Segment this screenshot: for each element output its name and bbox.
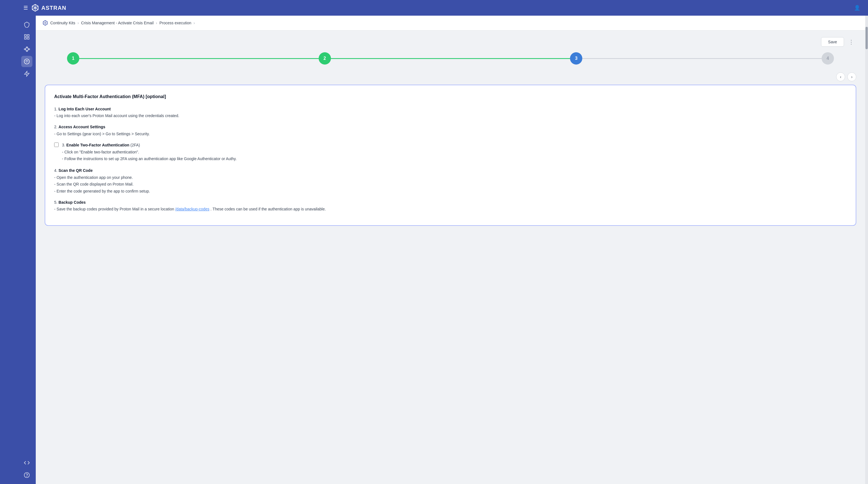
icon-sidebar — [18, 16, 36, 484]
process-card: Activate Multi-Factor Authentication (MF… — [45, 85, 856, 226]
toolbar: Save ⋮ — [45, 37, 856, 47]
step-5-sub: - Save the backup codes provided by Prot… — [54, 206, 847, 212]
step-4-title: Scan the QR Code — [59, 168, 93, 173]
breadcrumb-item-3: Process execution — [159, 21, 191, 25]
breadcrumb-bar: Continuity Kits › Crisis Management - Ac… — [36, 16, 865, 30]
breadcrumb-item-2[interactable]: Crisis Management - Activate Crisis Emai… — [81, 21, 154, 25]
step-2-title: Access Account Settings — [59, 125, 105, 129]
process-card-title: Activate Multi-Factor Authentication (MF… — [54, 93, 847, 100]
svg-rect-8 — [27, 37, 29, 39]
sidebar-item-shield[interactable] — [21, 19, 32, 30]
sidebar — [0, 0, 18, 484]
main-content: Save ⋮ 1 2 3 4 ‹ — [36, 30, 865, 484]
save-button[interactable]: Save — [821, 37, 844, 47]
step-3[interactable]: 3 — [570, 52, 582, 65]
svg-rect-12 — [29, 49, 30, 50]
breadcrumb-home-icon — [42, 20, 48, 26]
logo: ASTRAN — [31, 4, 66, 12]
svg-line-16 — [28, 49, 29, 51]
step-2[interactable]: 2 — [319, 52, 331, 65]
step-3-content: 3. Enable Two-Factor Authentication (2FA… — [62, 142, 847, 162]
hamburger-button[interactable]: ☰ — [24, 5, 28, 11]
svg-rect-10 — [26, 47, 28, 48]
svg-rect-5 — [25, 35, 26, 36]
scroll-thumb[interactable] — [866, 27, 868, 49]
svg-rect-9 — [24, 49, 26, 50]
scrollbar[interactable] — [865, 16, 868, 484]
step-2-sub: - Go to Settings (gear icon) > Go to Set… — [54, 131, 847, 137]
step-1-title: Log Into Each User Account — [59, 107, 111, 111]
svg-rect-7 — [25, 37, 26, 39]
step-4-number: 4. — [54, 168, 59, 173]
step-4-sub: - Open the authentication app on your ph… — [54, 174, 847, 194]
user-avatar[interactable]: 👤 — [852, 2, 862, 13]
global-header: ☰ ASTRAN 👤 — [18, 0, 868, 16]
step-1[interactable]: 1 — [67, 52, 79, 65]
step-5-title: Backup Codes — [59, 200, 86, 205]
process-step-4: 4. Scan the QR Code - Open the authentic… — [54, 168, 847, 194]
sidebar-item-plugin[interactable] — [21, 68, 32, 79]
nav-arrows: ‹ › — [45, 72, 856, 81]
step-1-number: 1. — [54, 107, 59, 111]
sidebar-item-code[interactable] — [21, 457, 32, 468]
breadcrumb-sep-3: › — [193, 21, 195, 25]
sidebar-item-grid[interactable] — [21, 31, 32, 42]
sidebar-item-help[interactable] — [21, 470, 32, 481]
process-stepper: 1 2 3 4 — [45, 52, 856, 65]
svg-rect-6 — [27, 35, 29, 36]
prev-arrow-button[interactable]: ‹ — [836, 72, 845, 81]
step-line-1 — [79, 58, 319, 59]
astran-logo-icon — [31, 4, 39, 12]
breadcrumb-item-1[interactable]: Continuity Kits — [50, 21, 75, 25]
more-options-button[interactable]: ⋮ — [846, 37, 856, 47]
step-2-number: 2. — [54, 125, 59, 129]
breadcrumb-sep-2: › — [156, 21, 157, 25]
sidebar-item-network[interactable] — [21, 43, 32, 55]
step-3-suffix: (2FA) — [129, 143, 140, 147]
process-step-1: 1. Log Into Each User Account - Log into… — [54, 106, 847, 119]
svg-line-13 — [25, 48, 26, 49]
step-3-title: Enable Two-Factor Authentication — [66, 143, 130, 147]
svg-line-15 — [28, 48, 29, 49]
svg-rect-11 — [26, 51, 28, 52]
sidebar-item-fingerprint[interactable] — [21, 56, 32, 67]
step-5-number: 5. — [54, 200, 59, 205]
next-arrow-button[interactable]: › — [847, 72, 856, 81]
breadcrumb-sep-1: › — [78, 21, 79, 25]
svg-line-14 — [25, 49, 26, 51]
step-3-number: 3. — [62, 143, 66, 147]
process-step-5: 5. Backup Codes - Save the backup codes … — [54, 199, 847, 212]
step-4[interactable]: 4 — [822, 52, 834, 65]
step-3-sub: - Click on "Enable two-factor authentica… — [62, 149, 847, 162]
backup-codes-link[interactable]: /data/backup-codes — [175, 207, 209, 211]
process-step-2: 2. Access Account Settings - Go to Setti… — [54, 124, 847, 137]
process-step-3: 3. Enable Two-Factor Authentication (2FA… — [54, 142, 847, 162]
step-line-2 — [331, 58, 570, 59]
step-3-checkbox[interactable] — [54, 143, 59, 147]
step-line-3 — [582, 58, 822, 59]
step-1-sub: - Log into each user's Proton Mail accou… — [54, 113, 847, 119]
